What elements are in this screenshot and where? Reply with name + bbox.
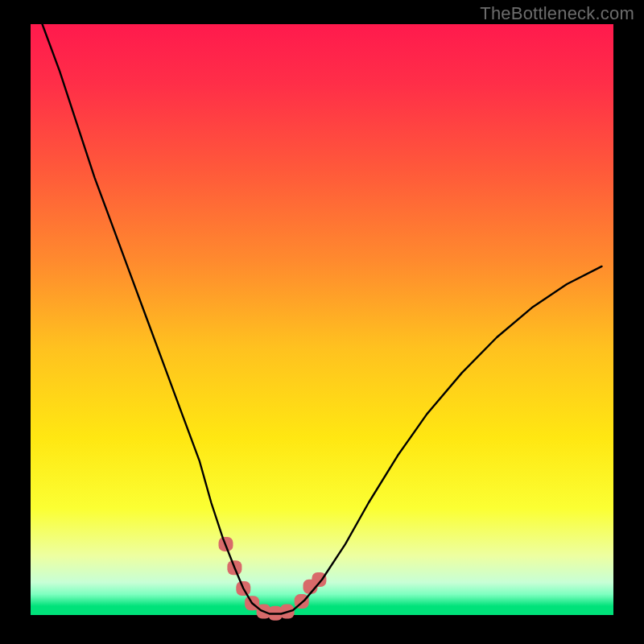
chart-frame: TheBottleneck.com <box>0 0 644 644</box>
marker-dot <box>312 572 326 587</box>
green-baseline-strip <box>31 607 613 615</box>
bottleneck-plot <box>0 0 644 644</box>
gradient-panel <box>31 24 613 615</box>
watermark-text: TheBottleneck.com <box>480 3 634 24</box>
